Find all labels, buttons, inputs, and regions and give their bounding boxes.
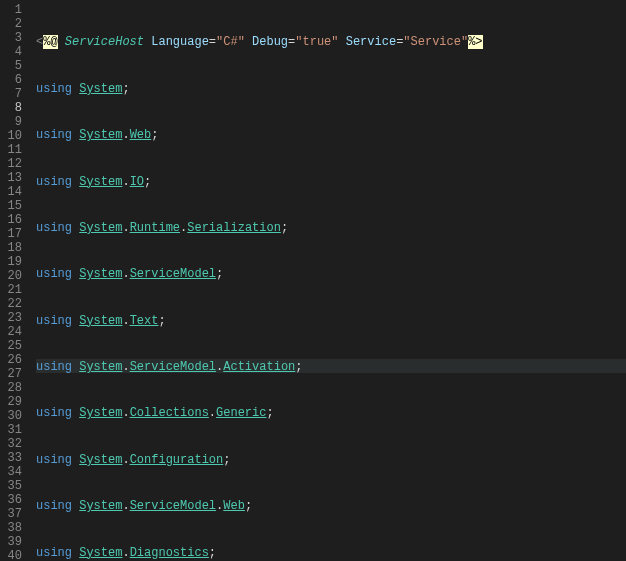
code-line-current: using System.ServiceModel.Activation; (36, 359, 626, 373)
line-number: 16 (6, 212, 22, 226)
code-editor: 1234567891011121314151617181920212223242… (0, 0, 626, 561)
line-number: 28 (6, 380, 22, 394)
line-number: 15 (6, 198, 22, 212)
code-line: using System.Configuration; (36, 452, 626, 466)
line-number: 11 (6, 142, 22, 156)
line-number: 13 (6, 170, 22, 184)
code-line: using System.Runtime.Serialization; (36, 220, 626, 234)
line-number: 26 (6, 352, 22, 366)
line-number: 36 (6, 492, 22, 506)
line-number: 25 (6, 338, 22, 352)
line-number: 2 (6, 16, 22, 30)
line-number: 29 (6, 394, 22, 408)
code-line: using System.IO; (36, 174, 626, 188)
code-line: <%@ ServiceHost Language="C#" Debug="tru… (36, 34, 626, 48)
line-number: 7 (6, 86, 22, 100)
line-number: 3 (6, 30, 22, 44)
line-number: 19 (6, 254, 22, 268)
line-number: 30 (6, 408, 22, 422)
line-number: 39 (6, 534, 22, 548)
code-line: using System.Text; (36, 313, 626, 327)
line-number: 27 (6, 366, 22, 380)
line-number: 8 (6, 100, 22, 114)
line-number: 23 (6, 310, 22, 324)
line-number: 18 (6, 240, 22, 254)
line-number: 14 (6, 184, 22, 198)
line-number: 6 (6, 72, 22, 86)
line-number: 17 (6, 226, 22, 240)
code-area[interactable]: <%@ ServiceHost Language="C#" Debug="tru… (30, 0, 626, 561)
line-number: 9 (6, 114, 22, 128)
line-number: 21 (6, 282, 22, 296)
code-line: using System; (36, 81, 626, 95)
line-number: 37 (6, 506, 22, 520)
line-number: 12 (6, 156, 22, 170)
line-number: 10 (6, 128, 22, 142)
code-line: using System.ServiceModel; (36, 266, 626, 280)
line-gutter: 1234567891011121314151617181920212223242… (0, 0, 30, 561)
code-line: using System.Web; (36, 127, 626, 141)
code-line: using System.ServiceModel.Web; (36, 498, 626, 512)
code-line: using System.Collections.Generic; (36, 405, 626, 419)
code-line: using System.Diagnostics; (36, 545, 626, 559)
line-number: 1 (6, 2, 22, 16)
line-number: 35 (6, 478, 22, 492)
line-number: 34 (6, 464, 22, 478)
line-number: 22 (6, 296, 22, 310)
line-number: 40 (6, 548, 22, 561)
line-number: 33 (6, 450, 22, 464)
line-number: 4 (6, 44, 22, 58)
line-number: 38 (6, 520, 22, 534)
line-number: 20 (6, 268, 22, 282)
line-number: 31 (6, 422, 22, 436)
line-number: 32 (6, 436, 22, 450)
line-number: 5 (6, 58, 22, 72)
line-number: 24 (6, 324, 22, 338)
